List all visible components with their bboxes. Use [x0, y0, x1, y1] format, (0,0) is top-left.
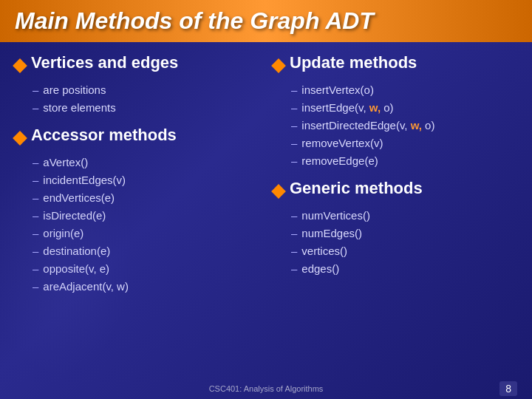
section-generic-header: Generic methods: [273, 179, 517, 202]
slide: Main Methods of the Graph ADT Vertices a…: [0, 0, 532, 399]
vertices-title: Vertices and edges: [31, 53, 178, 72]
diamond-icon-1: [13, 58, 27, 73]
right-column: Update methods insertVertex(o) insertEdg…: [273, 53, 517, 304]
slide-title: Main Methods of the Graph ADT: [15, 7, 517, 35]
list-item: insertDirectedEdge(v, w, o): [291, 117, 517, 134]
list-item: removeEdge(e): [291, 152, 517, 170]
list-item: insertEdge(v, w, o): [291, 99, 517, 117]
diamond-icon-3: [271, 58, 286, 73]
list-item: vertices(): [291, 242, 517, 260]
footer-page: 8: [499, 381, 517, 396]
diamond-icon-2: [13, 131, 27, 146]
list-item: numVertices(): [291, 207, 517, 225]
section-vertices-header: Vertices and edges: [15, 53, 259, 77]
list-item: numEdges(): [291, 225, 517, 242]
vertices-list: are positions store elements: [33, 81, 259, 117]
generic-title: Generic methods: [290, 179, 423, 198]
section-update-header: Update methods: [273, 53, 517, 77]
footer-course: CSC401: Analysis of Algorithms: [209, 384, 324, 393]
update-list: insertVertex(o) insertEdge(v, w, o) inse…: [291, 81, 517, 170]
list-item: insertVertex(o): [291, 81, 517, 99]
diamond-icon-4: [271, 184, 286, 199]
generic-list: numVertices() numEdges() vertices() edge…: [291, 207, 517, 278]
list-item: store elements: [33, 99, 259, 117]
list-item: are positions: [33, 81, 259, 99]
update-title: Update methods: [290, 53, 417, 72]
list-item: edges(): [291, 260, 517, 278]
title-bar: Main Methods of the Graph ADT: [0, 0, 532, 42]
list-item: removeVertex(v): [291, 134, 517, 152]
footer: CSC401: Analysis of Algorithms 8: [0, 384, 532, 393]
